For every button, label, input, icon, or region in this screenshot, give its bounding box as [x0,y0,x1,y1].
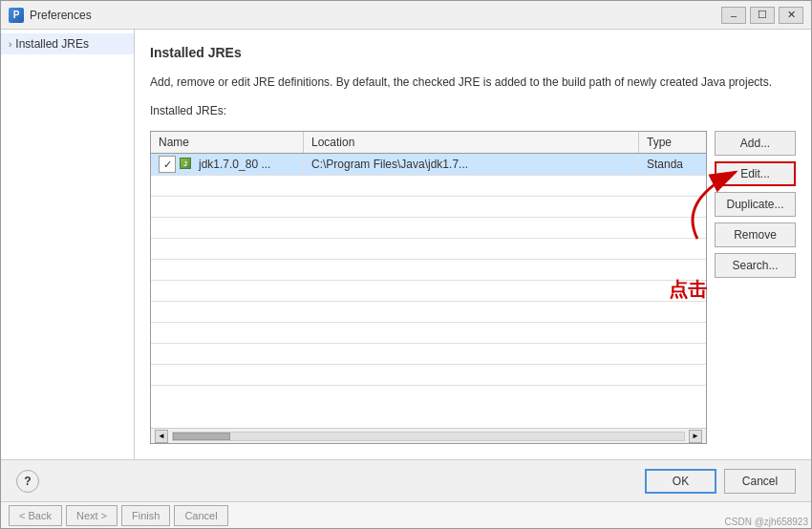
empty-row [151,197,706,218]
empty-row [151,260,706,281]
remove-button[interactable]: Remove [715,222,796,247]
bottom-left: ? [16,470,39,493]
scroll-thumb[interactable] [173,433,230,440]
nav-bar: < Back Next > Finish Cancel [1,501,811,528]
col-header-location: Location [304,132,639,153]
horizontal-scrollbar[interactable]: ◄ ► [151,428,706,443]
sidebar-item-label: Installed JREs [15,37,89,51]
empty-row [151,302,706,323]
panel-description: Add, remove or edit JRE definitions. By … [150,74,796,91]
ok-button[interactable]: OK [645,469,716,494]
jre-checkbox[interactable] [159,156,176,173]
chevron-icon: › [9,39,11,50]
table-row[interactable]: J jdk1.7.0_80 ... C:\Program Files\Java\… [151,154,706,176]
scroll-right-button[interactable]: ► [689,430,702,443]
table-header: Name Location Type [151,132,706,154]
watermark: CSDN @zjh658923 [725,517,808,527]
nav-cancel-button[interactable]: Cancel [174,505,227,526]
edit-button[interactable]: Edit... [715,161,796,186]
col-header-name: Name [151,132,304,153]
empty-row [151,239,706,260]
scroll-left-button[interactable]: ◄ [155,430,168,443]
table-and-buttons: Name Location Type [150,131,796,444]
scroll-track[interactable] [172,432,685,441]
empty-row [151,281,706,302]
empty-row [151,176,706,197]
installed-jres-label: Installed JREs: [150,104,796,117]
back-button[interactable]: < Back [9,505,62,526]
bottom-bar: ? OK Cancel [1,459,811,501]
sidebar-item-installed-jres[interactable]: › Installed JREs [1,33,134,54]
jre-name: jdk1.7.0_80 ... [199,158,270,171]
preferences-window: P Preferences – ☐ ✕ › Installed JREs Ins… [0,0,812,529]
bottom-right: OK Cancel [645,469,796,494]
action-buttons-panel: Add... Edit... Duplicate... Remove Searc… [715,131,796,444]
sidebar: › Installed JREs [1,30,135,459]
duplicate-button[interactable]: Duplicate... [715,192,796,217]
table-area-wrapper: Name Location Type [150,131,707,444]
title-bar: P Preferences – ☐ ✕ [1,1,811,30]
help-button[interactable]: ? [16,470,39,493]
main-content: › Installed JREs Installed JREs Add, rem… [1,30,811,459]
app-icon: P [9,8,24,23]
minimize-button[interactable]: – [721,7,746,24]
next-button[interactable]: Next > [66,505,118,526]
table-body: J jdk1.7.0_80 ... C:\Program Files\Java\… [151,154,706,428]
right-panel: Installed JREs Add, remove or edit JRE d… [135,30,811,459]
empty-row [151,218,706,239]
maximize-button[interactable]: ☐ [750,7,775,24]
jre-table: Name Location Type [150,131,707,444]
title-controls: – ☐ ✕ [721,7,803,24]
jre-icon: J [180,158,195,171]
empty-row [151,365,706,386]
table-cell-type: Standa [639,156,706,173]
add-button[interactable]: Add... [715,131,796,156]
search-button[interactable]: Search... [715,253,796,278]
table-cell-location: C:\Program Files\Java\jdk1.7... [304,156,639,173]
col-header-type: Type [639,132,706,153]
window-title: Preferences [30,9,92,22]
title-bar-left: P Preferences [9,8,92,23]
panel-title: Installed JREs [150,45,796,60]
table-cell-name: J jdk1.7.0_80 ... [151,154,304,175]
close-button[interactable]: ✕ [779,7,803,24]
finish-button[interactable]: Finish [121,505,170,526]
empty-row [151,344,706,365]
cancel-button[interactable]: Cancel [724,469,796,494]
empty-row [151,323,706,344]
